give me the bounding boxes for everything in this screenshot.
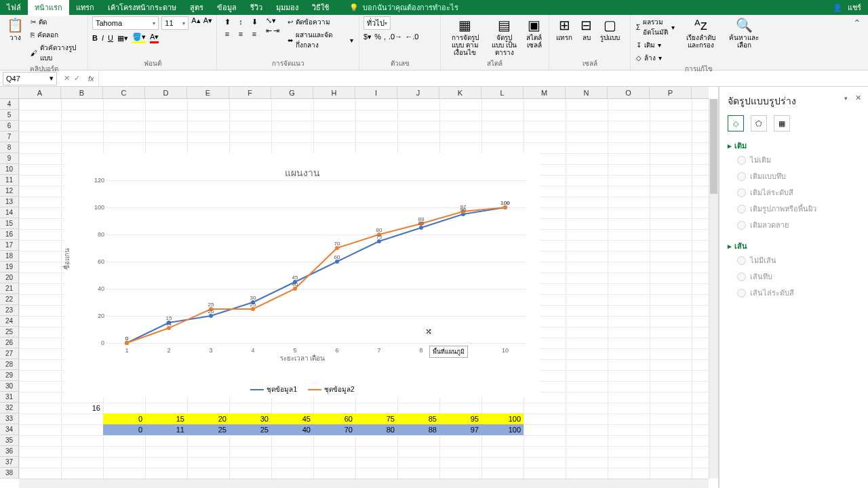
cell[interactable]: 80: [355, 424, 397, 435]
row-header[interactable]: 17: [0, 240, 18, 251]
row-header[interactable]: 13: [0, 197, 18, 207]
underline-button[interactable]: U: [108, 34, 113, 42]
column-header[interactable]: I: [355, 87, 397, 98]
column-header[interactable]: K: [439, 87, 481, 98]
ribbon-tab[interactable]: มุมมอง: [269, 0, 305, 16]
ribbon-tab[interactable]: หน้าแรก: [28, 0, 69, 16]
number-format-select[interactable]: ทั่วไป▾: [363, 16, 391, 30]
cell[interactable]: 95: [439, 413, 481, 424]
close-panel-icon[interactable]: ✕: [855, 94, 861, 102]
cancel-icon[interactable]: ✕: [64, 74, 70, 83]
find-select-button[interactable]: 🔍ค้นหาและ เลือก: [726, 16, 762, 50]
increase-font-icon[interactable]: A▴: [191, 16, 200, 30]
cell[interactable]: 11: [145, 424, 187, 435]
align-right-icon[interactable]: ≡: [248, 28, 260, 39]
delete-cells-button[interactable]: ⊟ลบ: [578, 16, 595, 43]
autosum-button[interactable]: Σ ผลรวมอัตโนมัติ ▾: [635, 16, 676, 38]
row-header[interactable]: 36: [0, 446, 18, 457]
border-button[interactable]: ▦▾: [117, 34, 128, 43]
align-bottom-icon[interactable]: ⬇: [248, 16, 260, 27]
row-header[interactable]: 19: [0, 262, 18, 272]
format-as-table-button[interactable]: ▤จัดรูปแบบ เป็นตาราง: [488, 16, 521, 58]
user-icon[interactable]: 👤: [833, 3, 842, 12]
italic-button[interactable]: I: [102, 34, 104, 42]
ribbon-tab[interactable]: สูตร: [183, 0, 210, 16]
row-header[interactable]: 37: [0, 457, 18, 468]
worksheet[interactable]: ABCDEFGHIJKLMNOP 45678910111213141516171…: [0, 87, 719, 488]
name-box[interactable]: Q47▾: [3, 72, 57, 85]
comma-button[interactable]: ,: [384, 33, 386, 41]
row-header[interactable]: 29: [0, 370, 18, 381]
ribbon-tab[interactable]: แทรก: [69, 0, 101, 16]
horizontal-scrollbar[interactable]: [19, 479, 709, 488]
decrease-font-icon[interactable]: A▾: [203, 16, 212, 30]
collapse-ribbon-icon[interactable]: ⌃: [846, 15, 868, 31]
font-size-select[interactable]: 11▾: [161, 16, 189, 30]
row-header[interactable]: 34: [0, 424, 18, 435]
column-header[interactable]: D: [145, 87, 187, 98]
wrap-text-button[interactable]: ↩ ตัดข้อความ: [286, 16, 355, 28]
fill-option[interactable]: ไม่เติม: [728, 152, 860, 168]
line-option[interactable]: เส้นทึบ: [728, 268, 860, 285]
cell[interactable]: 88: [397, 424, 439, 435]
cell[interactable]: 25: [187, 424, 229, 435]
cell[interactable]: 85: [397, 413, 439, 424]
align-left-icon[interactable]: ≡: [221, 28, 233, 39]
row-headers[interactable]: 4567891011121314151617181920212223242526…: [0, 99, 19, 479]
fill-option[interactable]: เติมแบบทึบ: [728, 168, 860, 184]
column-header[interactable]: C: [103, 87, 145, 98]
orientation-button[interactable]: ⤡▾: [266, 16, 279, 25]
row-header[interactable]: 11: [0, 175, 18, 186]
align-middle-icon[interactable]: ↕: [235, 16, 247, 27]
row-header[interactable]: 24: [0, 316, 18, 327]
tell-me[interactable]: 💡 บอกฉันว่าคุณต้องการทำอะไร: [349, 1, 458, 14]
select-all-corner[interactable]: [0, 87, 19, 99]
currency-button[interactable]: $▾: [363, 33, 372, 41]
cell[interactable]: 25: [229, 424, 271, 435]
line-section-header[interactable]: ▸ เส้น: [728, 240, 860, 252]
cell[interactable]: 75: [355, 413, 397, 424]
column-header[interactable]: P: [650, 87, 692, 98]
enter-icon[interactable]: ✓: [74, 74, 80, 83]
row-header[interactable]: 35: [0, 435, 18, 446]
conditional-formatting-button[interactable]: ▦การจัดรูปแบบ ตามเงื่อนไข: [445, 16, 486, 58]
row-header[interactable]: 31: [0, 392, 18, 403]
share-button[interactable]: แชร์: [848, 1, 861, 14]
row-header[interactable]: 38: [0, 468, 18, 479]
column-header[interactable]: G: [271, 87, 313, 98]
row-header[interactable]: 12: [0, 186, 18, 197]
effects-tab-icon[interactable]: ⬠: [751, 115, 767, 131]
row-header[interactable]: 10: [0, 164, 18, 175]
indent-dec-icon[interactable]: ⇤: [266, 26, 272, 35]
row-header[interactable]: 20: [0, 272, 18, 283]
row-header[interactable]: 4: [0, 99, 18, 110]
row-header[interactable]: 8: [0, 142, 18, 153]
column-header[interactable]: E: [187, 87, 229, 98]
column-header[interactable]: J: [397, 87, 439, 98]
line-option[interactable]: เส้นไล่ระดับสี: [728, 285, 860, 301]
row-header[interactable]: 5: [0, 110, 18, 121]
fill-color-button[interactable]: 🪣▾: [132, 33, 146, 43]
clear-button[interactable]: ◇ ล้าง ▾: [635, 52, 676, 64]
insert-cells-button[interactable]: ⊞แทรก: [553, 16, 575, 43]
cell[interactable]: 97: [439, 424, 481, 435]
line-option[interactable]: ไม่มีเส้น: [728, 252, 860, 268]
column-headers[interactable]: ABCDEFGHIJKLMNOP: [19, 87, 709, 99]
row-header[interactable]: 16: [0, 229, 18, 240]
cell[interactable]: 20: [187, 413, 229, 424]
cell[interactable]: 100: [481, 424, 524, 435]
row-header[interactable]: 9: [0, 153, 18, 164]
align-center-icon[interactable]: ≡: [235, 28, 247, 39]
font-name-select[interactable]: Tahoma▾: [92, 16, 159, 30]
cell[interactable]: 45: [271, 413, 313, 424]
bold-button[interactable]: B: [92, 34, 98, 42]
vertical-scrollbar[interactable]: [709, 99, 718, 479]
cell-styles-button[interactable]: ▣สไตล์ เซลล์: [524, 16, 545, 50]
decrease-decimal-icon[interactable]: ←.0: [405, 33, 418, 41]
row-header[interactable]: 26: [0, 338, 18, 348]
fill-line-tab-icon[interactable]: ◇: [728, 115, 744, 131]
format-painter-button[interactable]: 🖌 ตัวคัดวางรูปแบบ: [29, 42, 83, 64]
paste-button[interactable]: 📋วาง: [4, 16, 26, 43]
cell[interactable]: 0: [103, 424, 145, 435]
row-header[interactable]: 28: [0, 359, 18, 370]
